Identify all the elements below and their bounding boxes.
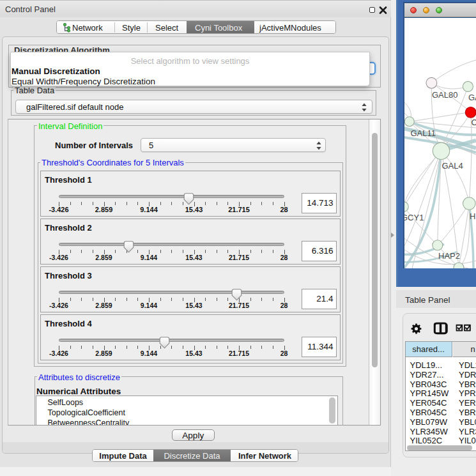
svg-text:GAL4: GAL4 [442,161,463,171]
svg-text:C: C [472,118,476,127]
svg-text:GAL80: GAL80 [432,90,457,100]
svg-text:HAP2: HAP2 [438,251,460,261]
svg-text:GCY1: GCY1 [404,213,424,222]
svg-text:H: H [470,211,475,221]
svg-text:GA: GA [468,93,476,102]
svg-text:GAL11: GAL11 [411,128,436,138]
